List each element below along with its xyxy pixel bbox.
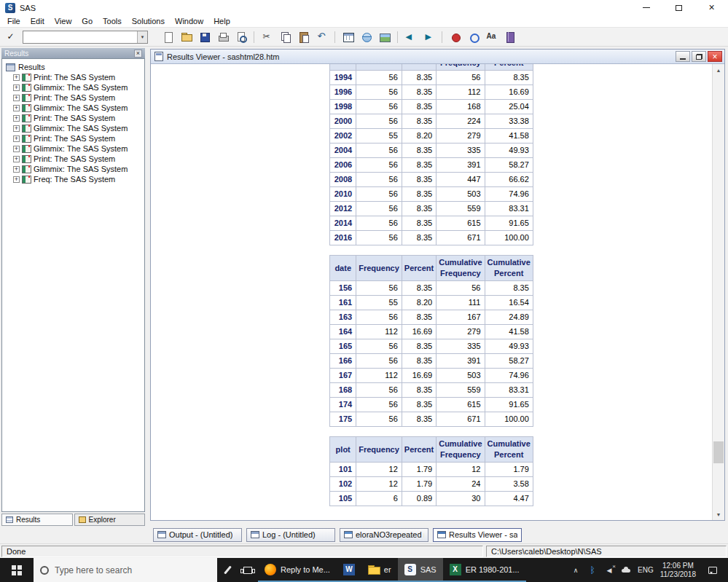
copy-button[interactable] [277,30,294,44]
taskbar-app-firefox[interactable]: Reply to Me... [258,558,337,582]
viewer-scrollbar[interactable] [712,64,724,520]
cut-button[interactable] [259,30,275,44]
cell-value: 16.69 [485,85,533,100]
scroll-thumb[interactable] [713,441,724,463]
status-message: Done [7,547,26,556]
stop-button[interactable] [447,30,463,44]
window-button-editor[interactable]: eloraNO3repeated mea... [340,528,428,542]
expand-plus-icon[interactable] [13,105,20,111]
pen-button[interactable] [217,558,238,582]
tree-item[interactable]: Print: The SAS System [4,93,143,103]
command-combobox[interactable] [23,31,148,44]
menu-edit[interactable]: Edit [26,16,50,26]
minimize-button[interactable] [630,0,662,15]
paste-button[interactable] [295,30,312,44]
start-button[interactable] [0,558,34,582]
taskbar-search[interactable] [34,558,217,582]
help-button[interactable] [501,30,518,44]
expand-plus-icon[interactable] [13,166,20,173]
chevron-down-icon[interactable] [137,31,147,43]
forward-button[interactable] [420,30,437,44]
menu-view[interactable]: View [50,16,77,26]
tree-item[interactable]: Glimmix: The SAS System [4,143,143,154]
expand-plus-icon[interactable] [13,84,20,91]
command-input[interactable] [23,33,137,42]
viewer-titlebar[interactable]: Results Viewer - sashtml28.htm [151,50,724,64]
menu-solutions[interactable]: Solutions [127,16,170,26]
tree-item[interactable]: Print: The SAS System [4,113,143,123]
task-view-button[interactable] [238,558,258,582]
refresh-button[interactable] [465,30,482,44]
taskbar-clock[interactable]: 12:06 PM 11/23/2018 [660,562,696,578]
tree-item[interactable]: Freq: The SAS System [4,174,143,184]
tree-item[interactable]: Glimmix: The SAS System [4,82,143,93]
menu-window[interactable]: Window [170,16,208,26]
cell-value: 8.35 [402,71,436,85]
window-button-results-viewer[interactable]: Results Viewer - sasht... [433,528,522,542]
print-button[interactable] [214,30,231,44]
expand-plus-icon[interactable] [13,176,20,183]
new-document-button[interactable] [160,30,176,44]
submit-check-button[interactable] [4,30,21,44]
save-button[interactable] [196,30,213,44]
tree-item[interactable]: Print: The SAS System [4,72,143,82]
taskbar-app-excel[interactable]: ER 1980-201... [443,558,526,582]
expand-plus-icon[interactable] [13,146,20,152]
taskbar-app-sas-app[interactable]: SAS [398,558,443,582]
expand-plus-icon[interactable] [13,156,20,162]
hidden-icons-chevron[interactable] [571,565,581,575]
globe-button[interactable] [358,30,375,44]
tree-item[interactable]: Glimmix: The SAS System [4,164,143,174]
cell-value: 111 [437,296,485,310]
graphics-button[interactable] [376,30,393,44]
tab-explorer-label: Explorer [89,516,116,524]
window-button-output[interactable]: Output - (Untitled) [153,528,242,542]
expand-plus-icon[interactable] [13,74,20,81]
menu-file[interactable]: File [2,16,26,26]
maximize-button[interactable] [662,0,695,15]
back-button[interactable] [402,30,419,44]
expand-plus-icon[interactable] [13,95,20,101]
scroll-up-arrow[interactable] [713,64,724,76]
results-panel-header[interactable]: Results [1,48,145,58]
viewer-close-button[interactable] [708,51,722,62]
new-library-button[interactable] [340,30,356,44]
bluetooth-icon[interactable] [587,565,598,575]
viewer-minimize-button[interactable] [676,51,690,62]
action-center-button[interactable] [702,567,723,574]
font-size-button[interactable] [483,30,500,44]
taskbar-app-word[interactable] [337,558,361,582]
tree-root-results[interactable]: Results [4,62,143,72]
open-icon [181,31,192,43]
tree-item[interactable]: Print: The SAS System [4,154,143,164]
results-panel: Results ResultsPrint: The SAS SystemGlim… [1,48,145,526]
tree-item[interactable]: Glimmix: The SAS System [4,123,143,133]
menu-help[interactable]: Help [208,16,235,26]
language-indicator[interactable]: ENG [638,566,654,574]
panel-close-button[interactable] [134,50,142,58]
cell-value: 83.31 [485,383,533,398]
onedrive-icon[interactable] [621,565,631,575]
search-input[interactable] [55,565,179,575]
tree-item[interactable]: Print: The SAS System [4,133,143,143]
menu-go[interactable]: Go [77,16,98,26]
expand-plus-icon[interactable] [13,125,20,132]
viewer-restore-button[interactable] [692,51,706,62]
taskbar-app-file-explorer[interactable]: er [361,558,398,582]
menu-tools[interactable]: Tools [98,16,127,26]
tab-explorer[interactable]: Explorer [74,514,146,526]
expand-plus-icon[interactable] [13,115,20,122]
viewer-title: Results Viewer - sashtml28.htm [167,52,279,61]
tab-results[interactable]: Results [1,514,73,526]
tree-item[interactable]: Glimmix: The SAS System [4,103,143,113]
scroll-down-arrow[interactable] [713,508,724,520]
print-preview-button[interactable] [232,30,249,44]
volume-muted-icon[interactable] [604,565,614,575]
undo-button[interactable] [313,30,330,44]
tree-item-label: Glimmix: The SAS System [34,165,128,173]
expand-plus-icon[interactable] [13,135,20,142]
open-button[interactable] [178,30,195,44]
back-icon [405,31,417,43]
close-button[interactable] [695,0,728,15]
window-button-log[interactable]: Log - (Untitled) [246,528,335,542]
